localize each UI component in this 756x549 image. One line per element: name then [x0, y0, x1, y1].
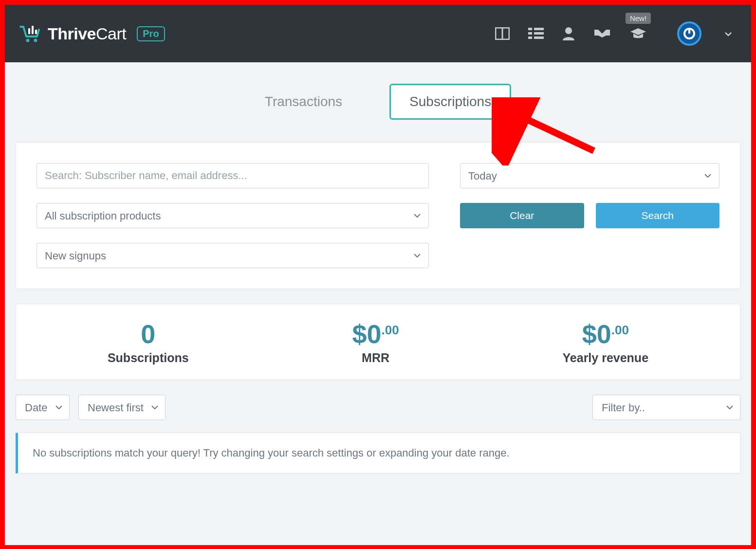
stat-mrr-label: MRR — [352, 351, 399, 365]
account-caret-icon[interactable] — [725, 29, 732, 39]
tab-transactions[interactable]: Transactions — [245, 84, 362, 120]
sort-row: Date Newest first Filter by.. — [16, 395, 740, 420]
stat-yearly-value: $0.00 — [563, 321, 649, 347]
svg-rect-7 — [528, 28, 532, 30]
new-badge: New! — [626, 13, 651, 24]
power-button[interactable] — [677, 21, 701, 46]
sort-direction-select[interactable]: Newest first — [78, 395, 166, 420]
svg-point-13 — [565, 27, 572, 34]
layout-icon[interactable] — [495, 27, 510, 40]
stat-yearly: $0.00 Yearly revenue — [563, 321, 649, 365]
stat-mrr: $0.00 MRR — [352, 321, 399, 365]
stat-subscriptions-label: Subscriptions — [108, 351, 189, 365]
topbar: ThriveCart Pro New! — [5, 5, 751, 62]
stat-subscriptions-value: 0 — [108, 321, 189, 347]
svg-rect-9 — [528, 32, 532, 35]
svg-rect-12 — [534, 37, 544, 39]
pro-badge: Pro — [137, 26, 165, 41]
stat-mrr-value: $0.00 — [352, 321, 399, 347]
brand-name: ThriveCart — [48, 24, 126, 43]
nav-icons: New! — [495, 21, 732, 46]
search-input[interactable] — [37, 163, 429, 188]
svg-rect-11 — [528, 37, 532, 39]
empty-message: No subscriptions match your query! Try c… — [16, 433, 740, 474]
signups-select[interactable]: New signups — [37, 243, 429, 268]
filter-panel: Today All subscription products Clear Se… — [16, 142, 740, 289]
date-range-select[interactable]: Today — [460, 163, 719, 188]
svg-point-0 — [26, 39, 30, 42]
handshake-icon[interactable] — [593, 28, 611, 39]
stats-panel: 0 Subscriptions $0.00 MRR $0.00 Yearly r… — [16, 304, 740, 380]
product-select[interactable]: All subscription products — [37, 203, 429, 228]
svg-rect-3 — [32, 26, 34, 34]
tab-subscriptions[interactable]: Subscriptions — [389, 84, 511, 120]
stat-subscriptions: 0 Subscriptions — [108, 321, 189, 365]
stat-yearly-label: Yearly revenue — [563, 351, 649, 365]
filter-by-select[interactable]: Filter by.. — [592, 395, 740, 420]
list-icon[interactable] — [528, 28, 544, 39]
svg-rect-2 — [28, 28, 30, 34]
svg-rect-10 — [534, 32, 544, 35]
search-button[interactable]: Search — [596, 203, 720, 228]
tab-row: Transactions Subscriptions — [5, 62, 751, 142]
cart-logo-icon — [19, 24, 41, 43]
user-icon[interactable] — [562, 27, 575, 40]
svg-rect-8 — [534, 28, 544, 30]
svg-rect-4 — [35, 30, 37, 34]
brand-logo[interactable]: ThriveCart Pro — [19, 24, 165, 43]
clear-button[interactable]: Clear — [460, 203, 584, 228]
graduation-icon[interactable]: New! — [629, 27, 647, 40]
svg-point-1 — [34, 39, 37, 42]
sort-field-select[interactable]: Date — [16, 395, 70, 420]
